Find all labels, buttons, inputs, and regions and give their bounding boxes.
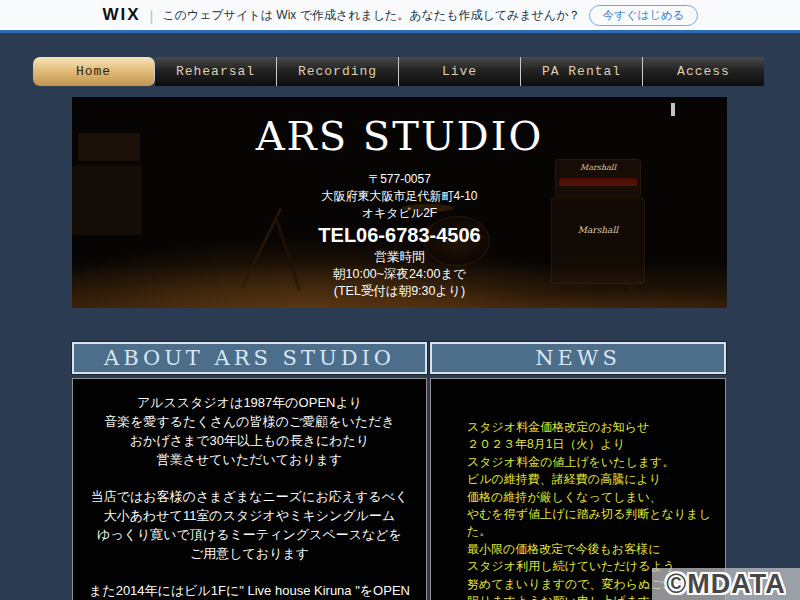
banner-divider: |: [150, 7, 154, 24]
postal-code: 〒577-0057: [72, 171, 727, 188]
street-address: 大阪府東大阪市足代新町4-10: [72, 188, 727, 205]
about-section: ABOUT ARS STUDIO アルススタジオは1987年のOPENより 音楽…: [72, 342, 427, 600]
about-paragraph: アルススタジオは1987年のOPENより 音楽を愛するたくさんの皆様のご愛顧をい…: [77, 393, 422, 469]
wix-banner: WIX | このウェブサイトは Wix で作成されました。あなたも作成してみませ…: [0, 0, 800, 33]
studio-title: ARS STUDIO: [72, 113, 727, 159]
nav-tab-rehearsal[interactable]: Rehearsal: [155, 57, 277, 86]
about-content: アルススタジオは1987年のOPENより 音楽を愛するたくさんの皆様のご愛顧をい…: [72, 378, 427, 600]
phone-hours-note: (TEL受付は朝9:30より): [72, 283, 727, 300]
building-name: オキタビル2F: [72, 205, 727, 222]
hours-label: 営業時間: [72, 249, 727, 266]
about-paragraph: 当店ではお客様のさまざまなニーズにお応えするべく 大小あわせて11室のスタジオや…: [77, 487, 422, 563]
business-hours: 朝10:00~深夜24:00まで: [72, 266, 727, 283]
about-paragraph: また2014年にはビル1Fに" Live house Kiruna "をOPEN…: [77, 581, 422, 600]
nav-tab-pa-rental[interactable]: PA Rental: [521, 57, 643, 86]
news-section: NEWS スタジオ料金価格改定のお知らせ ２０２３年8月1日（火）より スタジオ…: [430, 342, 726, 600]
nav-tab-recording[interactable]: Recording: [277, 57, 399, 86]
news-heading: NEWS: [430, 342, 726, 374]
phone-number: TEL06-6783-4506: [72, 224, 727, 247]
banner-message: このウェブサイトは Wix で作成されました。あなたも作成してみませんか？: [162, 7, 580, 24]
wix-logo[interactable]: WIX: [102, 5, 140, 25]
get-started-button[interactable]: 今すぐはじめる: [589, 5, 697, 26]
main-nav: Home Rehearsal Recording Live PA Rental …: [33, 57, 764, 86]
nav-tab-home[interactable]: Home: [33, 57, 155, 86]
news-content: スタジオ料金価格改定のお知らせ ２０２３年8月1日（火）より スタジオ料金の値上…: [430, 378, 726, 600]
nav-tab-live[interactable]: Live: [399, 57, 521, 86]
hero-section: Marshall Marshall ARS STUDIO 〒577-0057 大…: [72, 97, 727, 308]
about-heading: ABOUT ARS STUDIO: [72, 342, 427, 374]
nav-tab-access[interactable]: Access: [643, 57, 764, 86]
hero-overlay: ARS STUDIO 〒577-0057 大阪府東大阪市足代新町4-10 オキタ…: [72, 97, 727, 308]
mdata-watermark: ©MDATA: [652, 568, 800, 600]
